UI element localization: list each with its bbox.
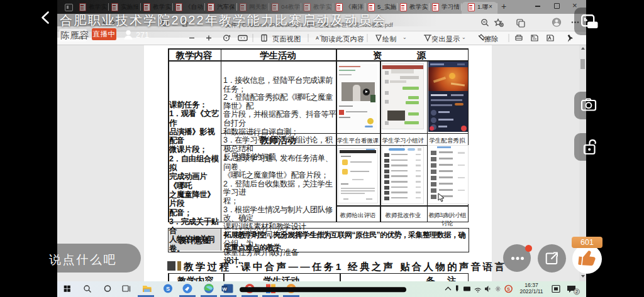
svg-text:W: W: [222, 286, 227, 292]
svg-text:S: S: [166, 286, 170, 292]
svg-text:S: S: [507, 286, 510, 292]
svg-text:2: 2: [575, 289, 578, 294]
